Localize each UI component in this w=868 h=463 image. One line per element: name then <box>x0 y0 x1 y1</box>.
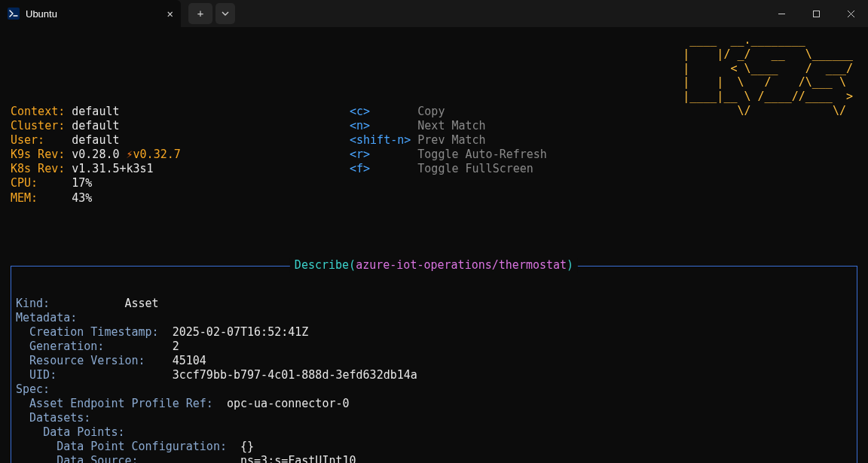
dp-src-label: Data Source: <box>57 454 138 463</box>
tab-title: Ubuntu <box>26 8 57 20</box>
datasets-label: Datasets: <box>29 411 90 425</box>
context-value: default <box>72 105 119 118</box>
shortcut-key: <c> <box>350 105 370 118</box>
maximize-button[interactable] <box>799 0 833 27</box>
describe-title: Describe(azure-iot-operations/thermostat… <box>290 258 578 273</box>
shortcut-key: <shift-n> <box>350 133 411 147</box>
k9s-logo-ascii: ____ __.________ | |/ _/ __ \______ | < … <box>683 33 853 118</box>
minimize-button[interactable] <box>764 0 799 27</box>
terminal-tab[interactable]: Ubuntu ✕ <box>0 0 181 27</box>
terminal-viewport: ____ __.________ | |/ _/ __ \______ | < … <box>0 27 868 463</box>
shortcut-key: <f> <box>350 162 370 175</box>
creation-label: Creation Timestamp: <box>29 325 159 339</box>
k9srev-label: K9s Rev: <box>11 148 65 161</box>
tab-dropdown-button[interactable] <box>215 3 235 24</box>
cluster-label: Cluster: <box>11 119 65 133</box>
creation-value: 2025-02-07T16:52:41Z <box>173 325 309 339</box>
uid-label: UID: <box>29 368 57 382</box>
powershell-icon <box>8 8 20 20</box>
context-label: Context: <box>11 105 65 118</box>
dp-cfg-label: Data Point Configuration: <box>57 440 227 453</box>
cpu-value: 17% <box>72 176 92 190</box>
shortcut-key: <n> <box>350 119 370 133</box>
uid-value: 3ccf79bb-b797-4c01-888d-3efd632db14a <box>173 368 417 382</box>
aep-label: Asset Endpoint Profile Ref: <box>29 397 213 410</box>
cluster-value: default <box>72 119 119 133</box>
new-tab-button[interactable]: + <box>188 3 212 24</box>
update-icon: ⚡ <box>127 148 133 161</box>
describe-panel: Describe(azure-iot-operations/thermostat… <box>11 266 857 463</box>
kind-value: Asset <box>125 297 159 310</box>
svg-rect-2 <box>813 11 819 17</box>
shortcut-key: <r> <box>350 148 370 161</box>
k8srev-label: K8s Rev: <box>11 162 65 175</box>
shortcuts-list: <c> Copy <n> Next Match <shift-n> Prev M… <box>350 90 547 219</box>
cpu-label: CPU: <box>11 176 38 190</box>
aep-value: opc-ua-connector-0 <box>227 397 350 410</box>
shortcut-desc: Copy <box>417 105 445 118</box>
resver-label: Resource Version: <box>29 354 145 367</box>
mem-value: 43% <box>72 191 92 205</box>
k9srev-update: v0.32.7 <box>133 148 181 161</box>
svg-rect-0 <box>8 8 20 20</box>
k9srev-value: v0.28.0 <box>72 148 119 161</box>
close-window-button[interactable] <box>833 0 868 27</box>
window-titlebar: Ubuntu ✕ + <box>0 0 868 27</box>
shortcut-desc: Next Match <box>417 119 485 133</box>
generation-value: 2 <box>173 340 179 353</box>
user-value: default <box>72 133 119 147</box>
k8srev-value: v1.31.5+k3s1 <box>72 162 153 175</box>
generation-label: Generation: <box>29 340 104 353</box>
tab-close-button[interactable]: ✕ <box>167 8 173 20</box>
shortcut-desc: Toggle Auto-Refresh <box>417 148 547 161</box>
shortcut-desc: Toggle FullScreen <box>417 162 533 175</box>
mem-label: MEM: <box>11 191 38 205</box>
dp-src-value: ns=3;s=FastUInt10 <box>240 454 356 463</box>
shortcut-desc: Prev Match <box>417 133 485 147</box>
resver-value: 45104 <box>173 354 206 367</box>
kind-label: Kind: <box>16 297 50 310</box>
metadata-label: Metadata: <box>16 311 77 324</box>
datapoints-label: Data Points: <box>43 425 124 439</box>
spec-label: Spec: <box>16 382 50 396</box>
dp-cfg-value: {} <box>240 440 254 453</box>
user-label: User: <box>11 133 44 147</box>
